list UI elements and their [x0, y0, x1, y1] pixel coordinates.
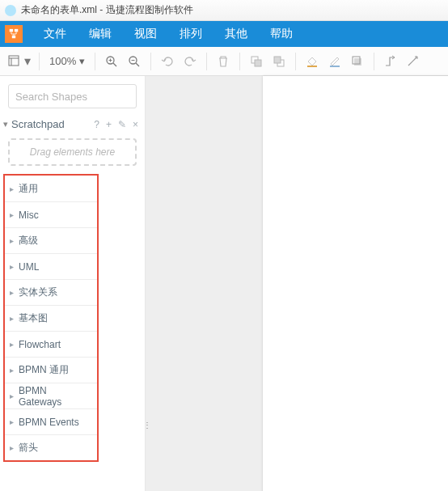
shadow-icon	[351, 55, 364, 68]
category-advanced[interactable]: ▸高级	[5, 227, 97, 253]
toolbar-separator	[239, 53, 240, 70]
app-logo-icon	[5, 5, 16, 16]
shape-category-list: ▸通用 ▸Misc ▸高级 ▸UML ▸实体关系 ▸基本图 ▸Flowchart…	[3, 174, 99, 462]
svg-line-11	[136, 63, 139, 66]
caret-right-icon: ▸	[10, 340, 14, 349]
menu-file[interactable]: 文件	[32, 27, 78, 41]
category-label: 箭头	[19, 441, 38, 455]
category-flowchart[interactable]: ▸Flowchart	[5, 331, 97, 357]
svg-rect-14	[255, 60, 261, 66]
fill-color-button[interactable]	[301, 50, 323, 73]
menu-edit[interactable]: 编辑	[78, 27, 123, 41]
page-layout-icon	[8, 55, 21, 68]
category-label: BPMN Gateways	[19, 385, 92, 408]
zoom-value: 100%	[49, 55, 76, 67]
app-brand-icon[interactable]	[5, 25, 23, 43]
search-shapes-box[interactable]	[8, 84, 137, 108]
toolbar-separator	[374, 53, 374, 70]
scratchpad-edit-icon[interactable]: ✎	[118, 119, 126, 130]
trash-icon	[217, 55, 230, 68]
bucket-icon	[306, 55, 319, 68]
svg-rect-19	[354, 58, 361, 66]
caret-down-icon: ▾	[79, 55, 85, 67]
caret-right-icon: ▸	[10, 262, 14, 271]
category-bpmn-events[interactable]: ▸BPMN Events	[5, 408, 97, 434]
menu-arrange[interactable]: 排列	[168, 27, 213, 41]
scratchpad-help-icon[interactable]: ?	[94, 119, 99, 130]
menu-help[interactable]: 帮助	[259, 27, 304, 41]
redo-icon	[184, 55, 197, 68]
category-uml[interactable]: ▸UML	[5, 253, 97, 279]
window-title: 未命名的表单.xml - 迅捷流程图制作软件	[21, 3, 193, 17]
caret-right-icon: ▸	[10, 443, 14, 452]
to-back-button[interactable]	[268, 50, 290, 73]
category-general[interactable]: ▸通用	[5, 176, 97, 201]
zoom-in-button[interactable]	[100, 50, 123, 73]
category-bpmn-general[interactable]: ▸BPMN 通用	[5, 357, 97, 383]
caret-right-icon: ▸	[10, 392, 14, 400]
to-front-button[interactable]	[245, 50, 268, 73]
zoom-out-icon	[128, 55, 141, 68]
zoom-dropdown[interactable]: 100% ▾	[44, 55, 90, 67]
category-bpmn-gateways[interactable]: ▸BPMN Gateways	[5, 383, 97, 408]
scratchpad-close-icon[interactable]: ×	[133, 119, 138, 130]
drawing-page[interactable]	[263, 76, 448, 491]
svg-rect-16	[274, 57, 281, 63]
caret-right-icon: ▸	[10, 288, 14, 297]
shadow-button[interactable]	[346, 50, 369, 73]
menu-other[interactable]: 其他	[213, 27, 259, 41]
toolbar-separator	[150, 53, 151, 70]
category-label: Misc	[19, 210, 39, 221]
caret-down-icon: ▾	[3, 119, 8, 129]
dropzone-text: Drag elements here	[30, 146, 115, 158]
flowchart-icon	[8, 28, 19, 40]
splitter-handle[interactable]: ⋮	[143, 421, 151, 430]
line-color-button[interactable]	[323, 50, 346, 73]
search-input[interactable]	[15, 91, 151, 103]
undo-icon	[161, 55, 174, 68]
category-label: BPMN 通用	[19, 363, 69, 377]
delete-button[interactable]	[212, 50, 235, 73]
category-arrows[interactable]: ▸箭头	[5, 434, 97, 460]
connection-button[interactable]	[379, 50, 402, 73]
to-back-icon	[273, 55, 285, 68]
category-label: 通用	[19, 182, 38, 196]
category-basic[interactable]: ▸基本图	[5, 305, 97, 331]
to-front-icon	[250, 55, 263, 68]
menu-view[interactable]: 视图	[123, 27, 168, 41]
svg-rect-0	[10, 29, 13, 32]
category-label: Flowchart	[19, 339, 61, 350]
category-label: UML	[19, 261, 39, 273]
svg-rect-1	[15, 29, 18, 32]
connection-icon	[384, 55, 397, 68]
category-entity-relation[interactable]: ▸实体关系	[5, 279, 97, 305]
canvas-area[interactable]: ⋮	[146, 76, 448, 491]
scratchpad-add-icon[interactable]: +	[106, 119, 112, 130]
redo-button[interactable]	[179, 50, 201, 73]
scratchpad-dropzone[interactable]: Drag elements here	[8, 138, 137, 166]
category-label: 高级	[19, 234, 38, 248]
undo-button[interactable]	[156, 50, 179, 73]
toolbar-separator	[295, 53, 296, 70]
sidebar: ▾ Scratchpad ? + ✎ × Drag elements here …	[0, 76, 146, 491]
toolbar-separator	[39, 53, 40, 70]
category-misc[interactable]: ▸Misc	[5, 201, 97, 227]
category-label: 实体关系	[19, 286, 57, 299]
svg-rect-2	[12, 36, 15, 39]
waypoint-button[interactable]	[402, 50, 425, 73]
caret-right-icon: ▸	[10, 210, 14, 219]
svg-line-7	[113, 63, 116, 66]
toolbar: ▾ 100% ▾	[0, 47, 448, 76]
zoom-in-icon	[105, 55, 118, 68]
scratchpad-label: Scratchpad	[11, 118, 65, 130]
caret-right-icon: ▸	[10, 314, 14, 323]
category-label: 基本图	[19, 311, 48, 325]
zoom-out-button[interactable]	[123, 50, 146, 73]
scratchpad-header[interactable]: ▾ Scratchpad ? + ✎ ×	[0, 115, 145, 133]
caret-right-icon: ▸	[10, 417, 14, 426]
category-label: BPMN Events	[19, 417, 79, 428]
toolbar-separator	[95, 53, 95, 70]
window-titlebar: 未命名的表单.xml - 迅捷流程图制作软件	[0, 0, 448, 21]
caret-down-icon: ▾	[24, 53, 31, 69]
page-layout-button[interactable]: ▾	[5, 50, 34, 73]
